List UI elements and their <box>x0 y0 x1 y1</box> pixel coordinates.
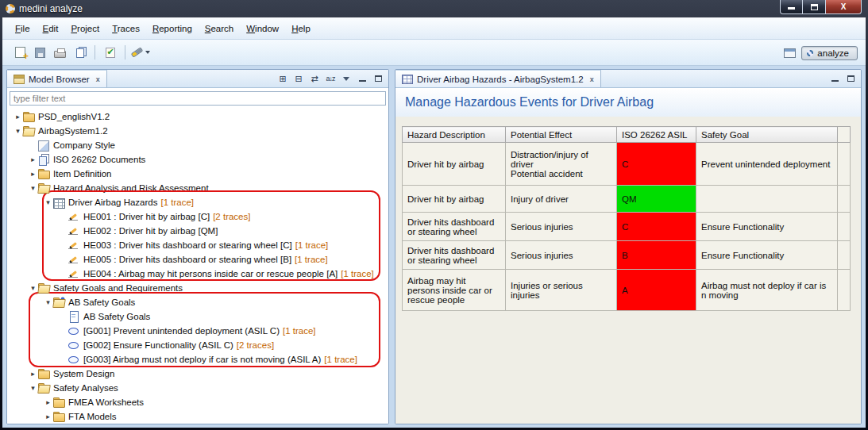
tree-item-label: Hazard Analysis and Risk Assessment <box>53 183 209 193</box>
collapse-arrow-icon[interactable]: ▾ <box>14 127 22 135</box>
analyze-perspective-button[interactable]: analyze <box>801 46 858 60</box>
menu-edit[interactable]: Edit <box>37 21 65 36</box>
tree-item[interactable]: ▸FTA Models <box>7 409 388 424</box>
collapse-arrow-icon[interactable]: ▾ <box>29 184 37 192</box>
column-header[interactable]: Potential Effect <box>506 127 617 143</box>
tree-item[interactable]: ▾Driver Airbag Hazards[1 trace] <box>7 195 388 209</box>
asil-cell[interactable]: B <box>617 241 696 270</box>
filter-wrap <box>7 88 388 108</box>
tree-item[interactable]: Company Style <box>7 138 388 152</box>
tree-item[interactable]: HE003 : Driver hits dashboard or stearin… <box>7 238 388 252</box>
tree-item[interactable]: HE001 : Driver hit by airbag [C][2 trace… <box>7 209 388 224</box>
collapse-arrow-icon[interactable]: ▾ <box>29 284 37 292</box>
menu-file[interactable]: File <box>9 21 37 36</box>
minimize-editor-icon[interactable] <box>827 72 842 85</box>
hazard-table-icon <box>402 75 413 84</box>
column-header[interactable]: Hazard Description <box>403 127 506 143</box>
maximize-editor-icon[interactable] <box>843 72 858 85</box>
tree-item[interactable]: [G002] Ensure Functionality (ASIL C)[2 t… <box>7 338 388 352</box>
tree-item[interactable]: ▸PSD_englishV1.2 <box>7 109 388 124</box>
tree-item[interactable]: ▸System Design <box>7 367 388 381</box>
open-perspective-icon[interactable] <box>784 48 796 58</box>
tree-item-label: Item Definition <box>53 169 112 179</box>
expand-arrow-icon[interactable]: ▸ <box>29 370 37 378</box>
titlebar[interactable]: medini analyze X <box>0 0 868 17</box>
potential-effect-cell[interactable]: Injury of driver <box>506 186 617 213</box>
expand-arrow-icon[interactable]: ▸ <box>44 413 52 420</box>
tab-model-browser[interactable]: Model Browser x <box>7 70 107 87</box>
perspective-switcher: analyze <box>784 40 858 66</box>
maximize-button[interactable] <box>803 0 826 14</box>
save-all-button[interactable] <box>70 43 90 62</box>
asil-cell[interactable]: C <box>617 213 696 241</box>
trace-tool-button[interactable] <box>130 43 150 62</box>
save-button[interactable] <box>30 43 50 62</box>
tree-item[interactable]: ▸ISO 26262 Documents <box>7 152 388 167</box>
filter-input[interactable] <box>10 91 386 106</box>
expand-arrow-icon[interactable]: ▸ <box>29 170 37 178</box>
folder-closed-icon <box>37 168 50 179</box>
tree-item[interactable]: [G001] Prevent unintended deployment (AS… <box>7 324 388 338</box>
minimize-view-icon[interactable] <box>355 72 369 85</box>
print-button[interactable] <box>50 43 70 62</box>
menu-reporting[interactable]: Reporting <box>146 21 199 36</box>
tree-item[interactable]: ▸Item Definition <box>7 167 388 181</box>
safety-goal-cell[interactable]: Ensure Functionality <box>696 241 838 270</box>
hazard-description-cell[interactable]: Driver hits dashboard or stearing wheel <box>403 213 506 241</box>
link-with-editor-icon[interactable]: ⇄ <box>307 72 322 85</box>
menu-window[interactable]: Window <box>240 21 285 36</box>
collapse-arrow-icon[interactable]: ▾ <box>29 384 37 392</box>
potential-effect-cell[interactable]: Injuries or serious injuries <box>506 270 617 311</box>
menu-traces[interactable]: Traces <box>106 21 146 36</box>
menu-project[interactable]: Project <box>64 21 106 36</box>
sort-icon[interactable]: a↓z <box>323 72 338 85</box>
column-header[interactable]: Safety Goal <box>696 127 838 143</box>
collapse-arrow-icon[interactable]: ▾ <box>44 198 52 206</box>
close-button[interactable]: X <box>826 0 862 14</box>
validate-button[interactable] <box>100 43 120 62</box>
tree-item[interactable]: HE002 : Driver hit by airbag [QM] <box>7 224 388 238</box>
column-header[interactable]: ISO 26262 ASIL <box>617 127 696 143</box>
tree-item[interactable]: AB Safety Goals <box>7 309 388 324</box>
new-wizard-button[interactable] <box>10 43 30 62</box>
view-menu-icon[interactable] <box>339 72 353 85</box>
safety-goal-cell[interactable]: Ensure Functionality <box>696 213 838 241</box>
tree-item[interactable]: ▾Hazard Analysis and Risk Assessment <box>7 181 388 195</box>
maximize-view-icon[interactable] <box>371 72 385 85</box>
tab-close-icon[interactable]: x <box>590 75 594 83</box>
menu-search[interactable]: Search <box>199 21 240 36</box>
hazard-description-cell[interactable]: Airbag may hit persons inside car or res… <box>403 270 506 311</box>
tree-item[interactable]: ▸FMEA Worksheets <box>7 395 388 409</box>
safety-goal-cell[interactable]: Prevent unintended deployment <box>696 143 838 186</box>
tree-item[interactable]: [G003] Airbag must not deploy if car is … <box>7 352 388 367</box>
potential-effect-cell[interactable]: Distraction/injury of driver Potential a… <box>506 143 617 186</box>
collapse-all-icon[interactable]: ⊟ <box>291 72 306 85</box>
expand-arrow-icon[interactable]: ▸ <box>29 155 37 163</box>
toolbar-separator <box>95 45 95 60</box>
potential-effect-cell[interactable]: Serious injuries <box>506 241 617 270</box>
potential-effect-cell[interactable]: Serious injuries <box>506 213 617 241</box>
tree-item[interactable]: HE004 : Airbag may hit persons inside ca… <box>7 267 388 281</box>
tree-item[interactable]: ▾AirbagSystem1.2 <box>7 124 388 138</box>
tree-item[interactable]: ▾Safety Analyses <box>7 381 388 395</box>
asil-cell[interactable]: C <box>617 143 696 186</box>
expand-arrow-icon[interactable]: ▸ <box>14 113 22 121</box>
tree-item[interactable]: ▾AB Safety Goals <box>7 295 388 309</box>
collapse-arrow-icon[interactable]: ▾ <box>44 298 52 306</box>
asil-cell[interactable]: QM <box>617 186 696 213</box>
hazard-description-cell[interactable]: Driver hits dashboard or stearing wheel <box>403 241 506 270</box>
expand-arrow-icon[interactable]: ▸ <box>44 398 52 406</box>
tree-item[interactable]: ▾Safety Goals and Requirements <box>7 281 388 295</box>
safety-goal-cell[interactable] <box>696 186 838 213</box>
minimize-button[interactable] <box>780 0 803 14</box>
hazard-description-cell[interactable]: Driver hit by airbag <box>403 186 506 213</box>
asil-cell[interactable]: A <box>617 270 696 311</box>
menu-help[interactable]: Help <box>285 21 317 36</box>
tab-close-icon[interactable]: x <box>96 75 100 83</box>
tab-driver-airbag-hazards[interactable]: Driver Airbag Hazards - AirbagSystem1.2 … <box>395 70 601 87</box>
hazard-description-cell[interactable]: Driver hit by airbag <box>403 143 506 186</box>
tree-item[interactable]: HE005 : Driver hits dashboard or stearin… <box>7 252 388 267</box>
safety-goal-cell[interactable]: Airbag must not deploy if car is n movin… <box>696 270 838 311</box>
dropdown-arrow-icon[interactable] <box>145 51 150 54</box>
expand-all-icon[interactable]: ⊞ <box>276 72 290 85</box>
